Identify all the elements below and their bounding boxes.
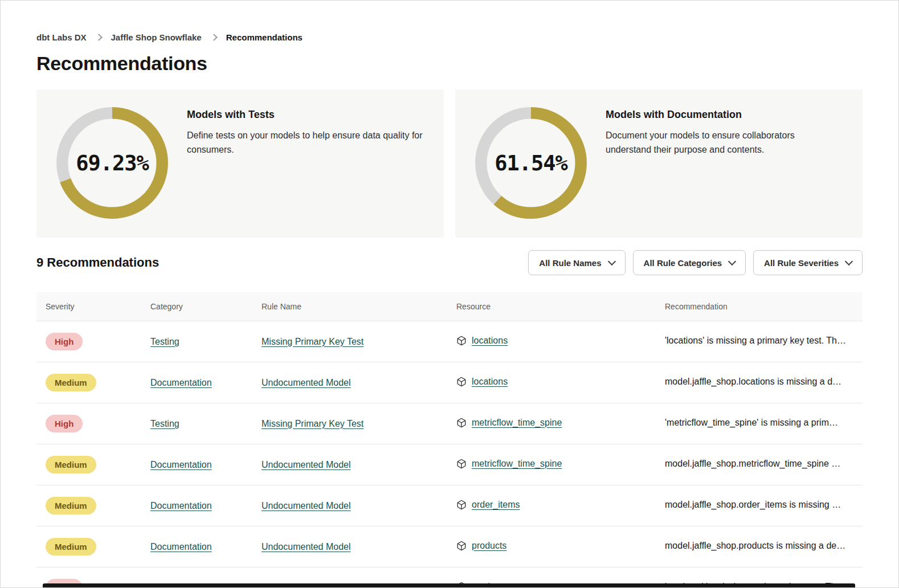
severity-badge: Medium [46,374,96,391]
category-link[interactable]: Documentation [150,378,212,387]
model-box-icon [456,377,467,387]
breadcrumb-item[interactable]: dbt Labs DX [36,32,87,42]
recommendation-text: 'metricflow_time_spine' is missing a pri… [665,418,838,428]
rule-name-link[interactable]: Undocumented Model [261,501,351,511]
rule-name-link[interactable]: Missing Primary Key Test [261,337,363,346]
chevron-down-icon [845,258,853,266]
table-row: HighTestingMissing Primary Key Testlocat… [36,321,863,362]
column-header: Category [141,292,252,321]
resource-cell: order_items [447,485,656,526]
recommendation-text: 'locations' is missing a primary key tes… [665,336,846,346]
rule-name-link[interactable]: Undocumented Model [261,542,351,552]
resource: locations [456,336,508,346]
severity-badge: High [46,415,83,432]
severity-badge: Medium [46,538,96,556]
donut-percentage: 61.54% [470,102,592,224]
severity-cell: Medium [36,362,141,403]
recommendation-text: model.jaffle_shop.products is missing a … [665,541,845,551]
severity-badge: Medium [46,456,96,473]
recommendation-cell: 'locations' is missing a primary key tes… [656,321,863,362]
resource-link[interactable]: locations [472,336,508,346]
chevron-down-icon [728,258,736,266]
column-header: Severity [36,292,141,321]
card-description: Define tests on your models to help ensu… [187,129,429,157]
category-link[interactable]: Documentation [150,542,212,552]
rule-name-cell: Missing Primary Key Test [252,403,447,444]
table-row: MediumDocumentationUndocumented Modelmet… [36,444,863,485]
recommendations-table: SeverityCategoryRule NameResourceRecomme… [36,292,863,588]
table-row: MediumDocumentationUndocumented Modelloc… [36,362,863,403]
bottom-bar [43,583,855,587]
card-description: Document your models to ensure collabora… [606,129,815,157]
filter-label: All Rule Names [539,258,601,268]
column-header: Recommendation [656,292,863,321]
category-cell: Testing [141,403,252,444]
rule-name-cell: Undocumented Model [252,485,447,526]
model-box-icon [456,336,467,346]
rule-name-cell: Undocumented Model [252,362,447,403]
table-row: MediumDocumentationUndocumented Modelord… [36,485,863,526]
rule-name-link[interactable]: Undocumented Model [261,460,351,469]
table-row: HighTestingMissing Primary Key Testmetri… [36,403,863,444]
page-title: Recommendations [36,52,863,75]
donut-chart: 61.54% [470,102,592,224]
rule-name-link[interactable]: Missing Primary Key Test [261,419,363,428]
filter-bar: All Rule NamesAll Rule CategoriesAll Rul… [528,250,863,275]
severity-cell: Medium [36,526,141,567]
resource-cell: locations [447,362,656,403]
breadcrumb-item: Recommendations [226,32,303,42]
table-header-row: SeverityCategoryRule NameResourceRecomme… [36,292,863,321]
filter-label: All Rule Categories [644,258,722,268]
category-cell: Documentation [141,526,252,567]
rule-name-link[interactable]: Undocumented Model [261,378,351,387]
resource-cell: metricflow_time_spine [447,403,656,444]
resource: products [456,541,506,551]
section-title: 9 Recommendations [36,255,159,270]
resource: metricflow_time_spine [456,418,562,428]
filter-dropdown-rule-severities[interactable]: All Rule Severities [753,250,863,275]
resource-link[interactable]: products [472,541,506,551]
recommendations-section-header: 9 Recommendations All Rule NamesAll Rule… [36,250,863,275]
recommendation-text: model.jaffle_shop.metricflow_time_spine … [665,459,840,469]
page: dbt Labs DXJaffle Shop SnowflakeRecommen… [0,0,899,588]
model-box-icon [456,500,467,510]
rule-name-cell: Undocumented Model [252,526,447,567]
recommendation-cell: model.jaffle_shop.order_items is missing… [656,485,863,526]
breadcrumb-item[interactable]: Jaffle Shop Snowflake [111,32,202,42]
column-header: Rule Name [252,292,447,321]
filter-dropdown-rule-names[interactable]: All Rule Names [528,250,625,275]
resource-cell: products [447,526,656,567]
filter-dropdown-rule-categories[interactable]: All Rule Categories [633,250,746,275]
category-link[interactable]: Documentation [150,501,212,511]
severity-badge: High [46,333,83,350]
resource: locations [456,377,508,387]
donut-chart: 69.23% [51,102,173,224]
metric-card: 61.54%Models with DocumentationDocument … [455,89,863,238]
recommendation-cell: 'metricflow_time_spine' is missing a pri… [656,403,863,444]
metric-cards: 69.23%Models with TestsDefine tests on y… [36,89,863,238]
category-link[interactable]: Testing [150,419,179,428]
resource: order_items [456,500,520,510]
category-cell: Documentation [141,444,252,485]
column-header: Resource [447,292,656,321]
resource-cell: metricflow_time_spine [447,444,656,485]
rule-name-cell: Missing Primary Key Test [252,321,447,362]
card-text: Models with TestsDefine tests on your mo… [187,102,429,157]
severity-cell: Medium [36,444,141,485]
metric-card: 69.23%Models with TestsDefine tests on y… [36,89,444,238]
category-link[interactable]: Testing [150,337,179,346]
severity-badge: Medium [46,497,96,514]
recommendation-cell: model.jaffle_shop.locations is missing a… [656,362,863,403]
resource-link[interactable]: metricflow_time_spine [472,459,562,469]
category-cell: Documentation [141,362,252,403]
table-row: MediumDocumentationUndocumented Modelpro… [36,526,863,567]
resource-link[interactable]: locations [472,377,508,387]
recommendation-cell: model.jaffle_shop.products is missing a … [656,526,863,567]
category-link[interactable]: Documentation [150,460,212,469]
resource-link[interactable]: order_items [472,500,520,510]
chevron-down-icon [607,258,615,266]
card-text: Models with DocumentationDocument your m… [606,102,815,157]
breadcrumb: dbt Labs DXJaffle Shop SnowflakeRecommen… [36,32,863,42]
resource-link[interactable]: metricflow_time_spine [472,418,562,428]
recommendation-text: model.jaffle_shop.locations is missing a… [665,377,841,387]
